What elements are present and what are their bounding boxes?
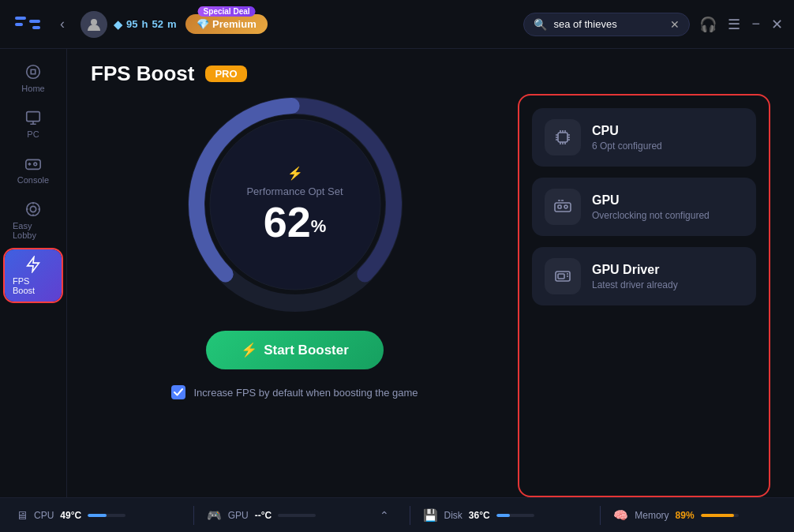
page-title: FPS Boost <box>91 62 194 86</box>
logo[interactable] <box>11 8 44 41</box>
cpu-card-subtitle: 6 Opt configured <box>592 140 662 152</box>
menu-icon-button[interactable]: ☰ <box>728 16 740 33</box>
gauge-container: ⚡ Performance Opt Set 62% <box>185 94 406 315</box>
bottom-stat-disk: 💾 Disk 36°C <box>423 508 588 523</box>
gpu-driver-card-title: GPU Driver <box>592 263 678 277</box>
premium-label: Premium <box>212 18 257 30</box>
svg-rect-1 <box>15 23 23 26</box>
hours-value: 95 <box>126 18 137 30</box>
bottom-disk-value: 36°C <box>469 510 490 521</box>
checkbox-label: Increase FPS by default when boosting th… <box>193 387 418 399</box>
main-layout: Home PC Console Easy Lo <box>0 49 794 497</box>
svg-rect-22 <box>558 274 564 279</box>
sidebar-label-console: Console <box>17 175 49 185</box>
svg-rect-19 <box>558 205 561 208</box>
search-input[interactable] <box>553 18 664 30</box>
search-icon: 🔍 <box>534 18 547 31</box>
gauge-value-row: 62% <box>264 200 327 243</box>
gpu-card-icon <box>545 189 581 225</box>
start-booster-label: Start Booster <box>264 343 349 358</box>
search-clear-button[interactable]: ✕ <box>670 18 680 31</box>
pro-badge: PRO <box>205 66 246 82</box>
svg-point-9 <box>27 203 40 216</box>
svg-point-5 <box>27 66 40 79</box>
minutes-value: 52 <box>152 18 163 30</box>
sidebar-label-fps-boost: FPS Boost <box>13 276 54 295</box>
svg-rect-17 <box>558 133 567 142</box>
gpu-card-title: GPU <box>592 193 710 208</box>
back-button[interactable]: ‹ <box>54 13 71 36</box>
gpu-card[interactable]: GPU Overclocking not configured <box>532 178 756 236</box>
cpu-card-text: CPU 6 Opt configured <box>592 124 662 152</box>
search-box: 🔍 ✕ <box>523 13 690 36</box>
gpu-card-text: GPU Overclocking not configured <box>592 193 710 221</box>
avatar-area: ◆ 95 h 52 m <box>81 11 176 38</box>
divider-1 <box>193 506 194 525</box>
headset-icon-button[interactable]: 🎧 <box>699 16 717 33</box>
bottom-memory-label: Memory <box>635 510 669 521</box>
fps-default-checkbox[interactable] <box>171 385 185 399</box>
svg-rect-3 <box>32 26 40 29</box>
bottom-gpu-bar <box>278 514 316 517</box>
bottom-gpu-icon: 🎮 <box>207 508 222 523</box>
svg-rect-6 <box>27 112 40 122</box>
svg-point-20 <box>564 205 567 208</box>
sidebar-item-pc[interactable]: PC <box>5 103 62 145</box>
bottom-gpu-label: GPU <box>228 510 249 521</box>
sidebar-label-easy-lobby: Easy Lobby <box>13 221 54 240</box>
svg-rect-2 <box>29 20 40 23</box>
sidebar-item-console[interactable]: Console <box>5 148 62 191</box>
gpu-driver-card-text: GPU Driver Latest driver already <box>592 263 678 290</box>
hours-label: h <box>141 18 148 30</box>
page-title-row: FPS Boost PRO <box>91 62 770 86</box>
topbar-icons: 🎧 ☰ − ✕ <box>699 16 783 33</box>
right-panel: CPU 6 Opt configured <box>518 94 770 497</box>
cpu-card[interactable]: CPU 6 Opt configured <box>532 108 756 167</box>
gauge-value: 62 <box>264 198 311 245</box>
bottom-memory-bar <box>701 514 739 517</box>
gauge-percent: % <box>311 216 327 236</box>
cpu-card-title: CPU <box>592 124 662 138</box>
minutes-label: m <box>167 18 177 30</box>
bottom-gpu-value: --°C <box>255 510 272 521</box>
content-body: ⚡ Performance Opt Set 62% ⚡ Start Booste… <box>91 94 770 497</box>
bottom-stat-gpu: 🎮 GPU --°C <box>207 508 372 523</box>
bottom-disk-label: Disk <box>444 510 463 521</box>
bolt-icon: ⚡ <box>287 166 303 181</box>
svg-point-8 <box>34 163 37 166</box>
bottom-memory-value: 89% <box>676 510 695 521</box>
bottom-disk-icon: 💾 <box>423 508 438 523</box>
gauge-label: Performance Opt Set <box>246 185 343 197</box>
bottom-cpu-bar-fill <box>88 514 107 517</box>
svg-point-10 <box>30 206 36 212</box>
start-booster-button[interactable]: ⚡ Start Booster <box>206 331 384 369</box>
bottom-memory-icon: 🧠 <box>613 508 628 523</box>
close-button[interactable]: ✕ <box>771 16 783 33</box>
special-deal-badge: Special Deal <box>198 6 256 17</box>
booster-bolt-icon: ⚡ <box>241 342 257 358</box>
premium-button[interactable]: Special Deal 💎 Premium <box>185 14 267 34</box>
avatar <box>81 11 107 38</box>
diamond-icon: ◆ <box>114 18 122 31</box>
topbar: ‹ ◆ 95 h 52 m Special Deal 💎 Premium 🔍 ✕… <box>0 0 794 49</box>
hours-badge: ◆ 95 h 52 m <box>114 18 176 31</box>
bottom-chevron[interactable]: ⌃ <box>380 509 389 522</box>
svg-rect-0 <box>15 17 26 20</box>
bottom-disk-bar-fill <box>496 514 510 517</box>
gpu-driver-card-subtitle: Latest driver already <box>592 279 678 290</box>
minimize-button[interactable]: − <box>751 16 760 32</box>
sidebar-item-easy-lobby[interactable]: Easy Lobby <box>5 194 62 246</box>
gpu-driver-card[interactable]: GPU Driver Latest driver already <box>532 247 756 305</box>
gpu-driver-card-icon <box>545 258 581 294</box>
svg-point-4 <box>91 19 97 25</box>
sidebar-item-fps-boost[interactable]: FPS Boost <box>5 249 62 302</box>
sidebar: Home PC Console Easy Lo <box>0 49 67 497</box>
bottom-cpu-value: 49°C <box>60 510 81 521</box>
content-area: FPS Boost PRO <box>67 49 794 497</box>
bottom-disk-bar <box>496 514 534 517</box>
sidebar-item-home[interactable]: Home <box>5 57 62 99</box>
divider-2 <box>410 506 410 525</box>
bottom-cpu-icon: 🖥 <box>16 508 28 522</box>
bottom-memory-bar-fill <box>701 514 735 517</box>
divider-3 <box>600 506 601 525</box>
